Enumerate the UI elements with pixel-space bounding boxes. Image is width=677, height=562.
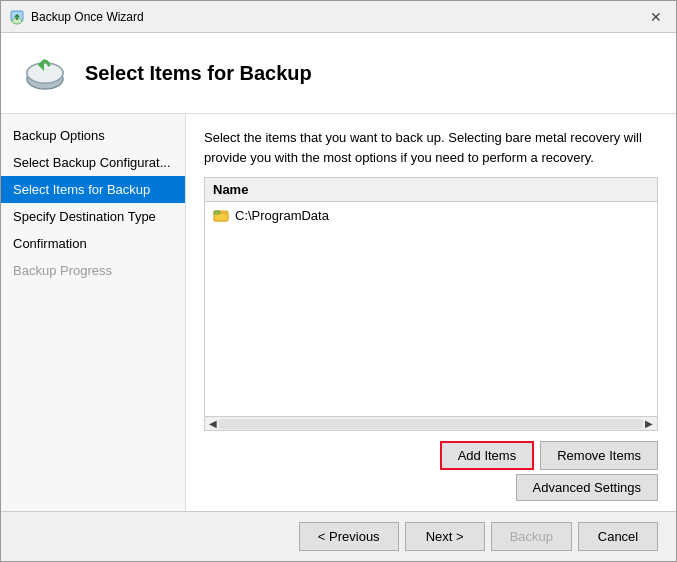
sidebar-item-backup-options[interactable]: Backup Options <box>1 122 185 149</box>
scroll-right-icon[interactable]: ▶ <box>643 418 655 429</box>
footer-area: < Previous Next > Backup Cancel <box>1 511 676 561</box>
list-column-header: Name <box>205 178 657 202</box>
wizard-window: Backup Once Wizard ✕ Select Items for Ba… <box>0 0 677 562</box>
main-panel: Select the items that you want to back u… <box>186 114 676 511</box>
title-bar: Backup Once Wizard ✕ <box>1 1 676 33</box>
app-icon <box>9 9 25 25</box>
add-items-button[interactable]: Add Items <box>440 441 535 470</box>
backup-button[interactable]: Backup <box>491 522 572 551</box>
action-buttons-area: Add Items Remove Items Advanced Settings <box>204 441 658 501</box>
header-icon <box>21 49 69 97</box>
svg-point-5 <box>27 63 63 83</box>
items-list-container: Name C:\ProgramData <box>204 177 658 431</box>
sidebar-item-destination-type[interactable]: Specify Destination Type <box>1 203 185 230</box>
content-area: Backup Options Select Backup Configurat.… <box>1 114 676 511</box>
scroll-left-icon[interactable]: ◀ <box>207 418 219 429</box>
list-item[interactable]: C:\ProgramData <box>205 202 657 228</box>
description-text: Select the items that you want to back u… <box>204 128 658 167</box>
bottom-btn-row: Advanced Settings <box>516 474 658 501</box>
horizontal-scrollbar[interactable]: ◀ ▶ <box>205 416 657 430</box>
remove-items-button[interactable]: Remove Items <box>540 441 658 470</box>
close-button[interactable]: ✕ <box>644 8 668 26</box>
folder-icon <box>213 207 229 223</box>
title-bar-text: Backup Once Wizard <box>31 10 644 24</box>
svg-rect-10 <box>214 211 220 214</box>
cancel-button[interactable]: Cancel <box>578 522 658 551</box>
scroll-track[interactable] <box>219 419 643 429</box>
list-item-label: C:\ProgramData <box>235 208 329 223</box>
sidebar-item-confirmation[interactable]: Confirmation <box>1 230 185 257</box>
sidebar-item-backup-progress: Backup Progress <box>1 257 185 284</box>
top-btn-row: Add Items Remove Items <box>440 441 658 470</box>
sidebar: Backup Options Select Backup Configurat.… <box>1 114 186 511</box>
list-scroll-area[interactable]: C:\ProgramData <box>205 202 657 416</box>
header-title: Select Items for Backup <box>85 62 312 85</box>
header-area: Select Items for Backup <box>1 33 676 114</box>
sidebar-item-select-backup-config[interactable]: Select Backup Configurat... <box>1 149 185 176</box>
sidebar-item-select-items[interactable]: Select Items for Backup <box>1 176 185 203</box>
advanced-settings-button[interactable]: Advanced Settings <box>516 474 658 501</box>
previous-button[interactable]: < Previous <box>299 522 399 551</box>
next-button[interactable]: Next > <box>405 522 485 551</box>
